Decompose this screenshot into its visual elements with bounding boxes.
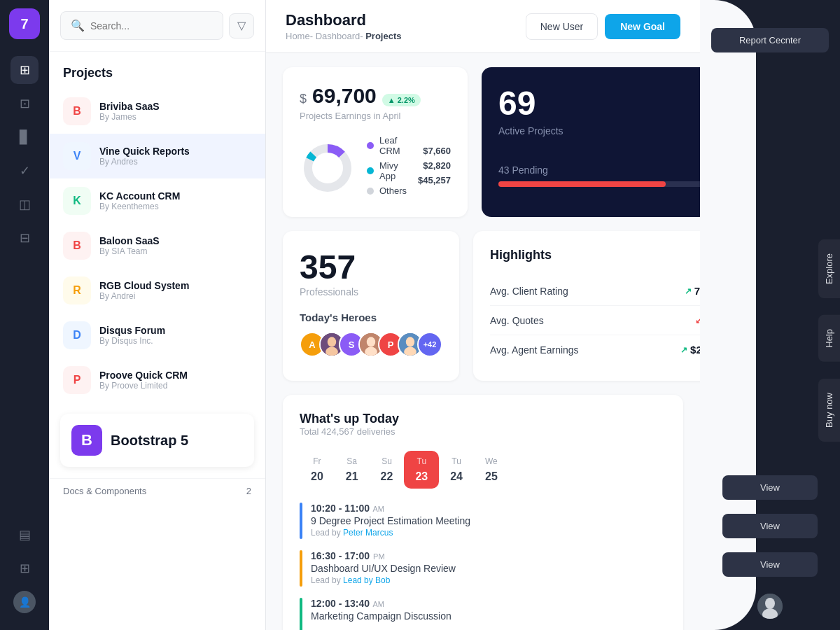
nav-icon-briefcase[interactable]: ⊟: [10, 224, 38, 252]
filter-button[interactable]: ▽: [229, 13, 254, 38]
earnings-legend: Leaf CRM Mivy App Others: [367, 135, 407, 200]
svg-point-7: [367, 337, 375, 346]
cal-day-num-25: 25: [485, 470, 498, 483]
main-header: Dashboard Home- Dashboard- Projects New …: [266, 0, 700, 53]
breadcrumb-home: Home-: [286, 31, 313, 41]
progress-section: 43 Pending 72%: [498, 164, 700, 187]
nav-icon-check[interactable]: ✓: [10, 157, 38, 185]
project-name-disqus: Disqus Forum: [99, 325, 251, 336]
right-panel-content: Report Cecnter Explore Help Buy now View…: [700, 0, 840, 630]
nav-icon-grid[interactable]: ⊡: [10, 90, 38, 118]
search-area: 🔍 ▽: [49, 0, 265, 52]
header-left: Dashboard Home- Dashboard- Projects: [286, 11, 402, 41]
cal-day-24[interactable]: Tu 24: [439, 451, 474, 489]
project-by-baloon: By SIA Team: [99, 246, 251, 256]
project-item-rgb[interactable]: R RGB Cloud System By Andrei: [49, 268, 265, 313]
cal-day-20[interactable]: Fr 20: [300, 451, 335, 489]
nav-icon-dashboard[interactable]: ⊞: [10, 56, 38, 84]
explore-tab[interactable]: Explore: [818, 239, 840, 298]
breadcrumb-active: Projects: [365, 31, 401, 41]
pending-text: 43 Pending: [498, 164, 548, 176]
cal-day-25[interactable]: We 25: [474, 451, 509, 489]
highlight-row-rating: Avg. Client Rating ↗ 7.810: [490, 276, 700, 306]
project-by-briviba: By James: [99, 112, 251, 122]
project-item-disqus[interactable]: D Disqus Forum By Disqus Inc.: [49, 313, 265, 358]
help-tab[interactable]: Help: [818, 315, 840, 362]
project-icon-disqus: D: [63, 321, 91, 349]
legend-dot-mivy: [367, 167, 374, 174]
whatsup-title: What's up Today: [300, 412, 666, 426]
event-name-3: Marketing Campaign Discussion: [311, 610, 666, 622]
right-panel: Report Cecnter Explore Help Buy now View…: [700, 0, 840, 630]
event-content-2: 16:30 - 17:00 PM Dashboard UI/UX Design …: [311, 550, 666, 585]
event-ampm-2: PM: [371, 552, 385, 561]
docs-label: Docs & Components: [63, 486, 146, 496]
event-lead-link-1[interactable]: Peter Marcus: [343, 528, 393, 538]
nav-icon-message[interactable]: ▤: [10, 521, 38, 549]
project-by-kc: By Keenthemes: [99, 202, 251, 211]
page-title: Dashboard: [286, 11, 402, 29]
highlights-card: Highlights Avg. Client Rating ↗ 7.810 Av…: [473, 231, 700, 381]
highlight-label-quotes: Avg. Quotes: [490, 315, 544, 326]
cal-day-22[interactable]: Su 22: [370, 451, 405, 489]
bootstrap-card: B Bootstrap 5: [60, 414, 254, 467]
report-center-button[interactable]: Report Cecnter: [711, 28, 829, 52]
view-button-3[interactable]: View: [722, 552, 818, 577]
user-avatar-bottom: [700, 582, 840, 630]
heroes-avatars: A S P +42: [300, 332, 442, 357]
nav-icon-modules[interactable]: ⊞: [10, 554, 38, 582]
project-item-briviba[interactable]: B Briviba SaaS By James: [49, 89, 265, 134]
dashboard-grid-row1: 69 Active Projects 43 Pending 72% $ 69,7…: [266, 53, 700, 231]
projects-panel: 🔍 ▽ Projects B Briviba SaaS By James V V…: [49, 0, 266, 630]
event-stripe-3: [300, 598, 302, 630]
nav-icon-chart[interactable]: ▊: [10, 123, 38, 151]
event-lead-link-2[interactable]: Lead by Bob: [343, 575, 390, 585]
new-user-button[interactable]: New User: [526, 13, 598, 40]
cal-day-21[interactable]: Sa 21: [335, 451, 370, 489]
project-info-rgb: RGB Cloud System By Andrei: [99, 280, 251, 301]
project-icon-proove: P: [63, 366, 91, 394]
search-box[interactable]: 🔍: [60, 11, 223, 40]
buy-now-tab[interactable]: Buy now: [818, 379, 840, 442]
nav-icon-layers[interactable]: ◫: [10, 190, 38, 218]
docs-link[interactable]: Docs & Components 2: [49, 478, 265, 503]
active-label: Active Projects: [498, 125, 700, 136]
donut-row: Leaf CRM Mivy App Others $7,660 $2,820 $…: [300, 135, 451, 200]
search-input[interactable]: [90, 20, 213, 31]
cal-day-23[interactable]: Tu 23: [404, 451, 439, 489]
project-item-baloon[interactable]: B Baloon SaaS By SIA Team: [49, 223, 265, 268]
project-icon-kc: K: [63, 187, 91, 215]
arrow-down-icon: ↙: [695, 316, 700, 326]
arrow-up-icon2: ↗: [680, 345, 687, 355]
legend-dot-leaf: [367, 142, 374, 149]
legend-value-leaf: $7,660: [418, 146, 451, 156]
event-time-3: 12:00 - 13:40 AM: [311, 598, 666, 609]
active-count: 69: [498, 84, 700, 122]
new-goal-button[interactable]: New Goal: [605, 14, 680, 39]
view-button-1[interactable]: View: [722, 475, 818, 500]
event-item-1: 10:20 - 11:00 AM 9 Degree Project Estima…: [300, 503, 666, 539]
project-by-rgb: By Andrei: [99, 291, 251, 301]
active-projects-card: 69 Active Projects 43 Pending 72%: [482, 67, 700, 217]
svg-point-13: [765, 598, 775, 609]
user-avatar[interactable]: [757, 594, 783, 619]
dollar-sign: $: [300, 92, 307, 106]
event-list: 10:20 - 11:00 AM 9 Degree Project Estima…: [300, 503, 666, 630]
sidebar-avatar[interactable]: 7: [9, 8, 40, 39]
highlight-value-earnings: ↗ $2,309: [680, 344, 700, 356]
project-item-kc[interactable]: K KC Account CRM By Keenthemes: [49, 178, 265, 223]
event-content-3: 12:00 - 13:40 AM Marketing Campaign Disc…: [311, 598, 666, 622]
whatsup-subtitle: Total 424,567 deliveries: [300, 426, 666, 437]
earnings-badge: ▲ 2.2%: [382, 94, 421, 106]
nav-icon-user[interactable]: 👤: [10, 588, 38, 616]
project-item-vine[interactable]: V Vine Quick Reports By Andres: [49, 134, 265, 178]
project-name-proove: Proove Quick CRM: [99, 370, 251, 381]
event-item-3: 12:00 - 13:40 AM Marketing Campaign Disc…: [300, 598, 666, 630]
project-name-baloon: Baloon SaaS: [99, 235, 251, 246]
legend-item-others: Others: [367, 186, 407, 196]
legend-label-mivy: Mivy App: [379, 160, 407, 181]
view-button-2[interactable]: View: [722, 514, 818, 538]
main-content: Dashboard Home- Dashboard- Projects New …: [266, 0, 700, 630]
project-item-proove[interactable]: P Proove Quick CRM By Proove Limited: [49, 358, 265, 402]
projects-title: Projects: [49, 52, 265, 89]
